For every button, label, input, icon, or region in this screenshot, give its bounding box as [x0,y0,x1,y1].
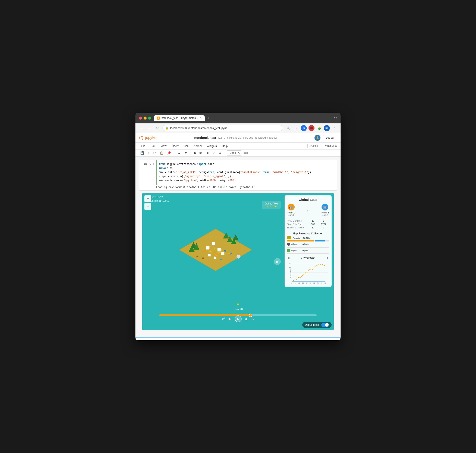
fuel-val0: 305 [308,223,318,226]
svg-text:1: 1 [291,283,292,284]
back-button[interactable]: ← [138,125,145,131]
tab-close-icon[interactable]: ✕ [200,117,202,119]
iso-map-svg [171,223,260,296]
next-button[interactable]: ▶ [274,258,281,265]
menu-cell[interactable]: Cell [182,143,191,149]
wood-resource-row: 78.52% 31.23% [287,236,329,239]
playback-controls: ↺ ⏮ ▶ ⏭ 1x [222,315,255,322]
url-text: localhost:8888/notebooks/notebook_test.i… [170,126,227,130]
chart-next-button[interactable]: ▶ [327,256,329,259]
play-pause-button[interactable]: ▶ [235,315,242,322]
menu-widgets[interactable]: Widgets [205,143,219,149]
citytiles-val1: 1 [318,219,329,222]
forward-button[interactable]: → [146,125,152,131]
move-up-button[interactable]: ▲ [176,150,182,156]
chart-header: ◀ City Growth ▶ [287,256,329,259]
vs-label: vs [307,209,309,211]
jupyter-logo-icon: ⟨/⟩ [139,135,144,140]
restart-button[interactable]: ↺ [211,150,216,156]
title-bar: J notebook_test - Jupyter Noteb... ✕ + 🛡 [135,113,341,123]
wood-pcts: 78.52% 31.23% [293,237,310,239]
turn-label: Turn 90 [233,308,243,311]
menu-insert[interactable]: Insert [169,143,181,149]
refresh-button[interactable]: ↻ [155,125,160,131]
svg-text:10: 10 [295,283,297,284]
uranium-pct0: 0.00% [291,250,297,252]
user-avatar[interactable]: hk [324,125,330,131]
run-icon: ▶ [194,151,197,155]
address-bar[interactable]: 🔒 localhost:8888/notebooks/notebook_test… [162,125,283,131]
shield-icon: 🛡 [334,116,337,120]
zoom-out-button[interactable]: − [145,203,151,210]
skip-back-button[interactable]: ⏮ [228,317,232,321]
zoom-in-button[interactable]: + [145,195,151,202]
new-tab-button[interactable]: + [206,116,211,120]
paste-button[interactable]: 📌 [166,150,172,156]
search-icon[interactable]: 🔍 [285,125,291,131]
svg-text:40: 40 [306,283,308,284]
uranium-pcts: 0.00% 0.00% [291,250,309,252]
keyboard-button[interactable]: ⌨ [242,150,249,156]
extension-icon[interactable]: ⬛ [309,125,315,131]
toolbar: 💾 + ✂ 📋 📌 ▲ ▼ ▶ Run ■ ↺ ⏭ Code ⌨ [135,149,341,156]
kernel-indicator: Python 3 [321,144,337,147]
cell-input: In [2]: from kaggle_environments import … [139,160,337,185]
turn-indicator: ☀ Turn 90 [233,302,243,311]
team1-name: Team 1 [321,211,329,214]
menu-dots-icon[interactable]: ⋮ [331,125,338,131]
active-tab[interactable]: J notebook_test - Jupyter Noteb... ✕ [154,115,205,121]
puzzle-icon[interactable]: 🧩 [316,125,322,131]
notebook-name[interactable]: notebook_test [194,136,216,140]
stop-button[interactable]: ■ [205,150,210,156]
fuel-val1: 1702 [318,223,329,226]
save-button[interactable]: 💾 [139,150,145,156]
menu-edit[interactable]: Edit [148,143,158,149]
coal-icon [287,243,290,246]
maximize-button[interactable] [148,117,151,120]
menu-file[interactable]: File [139,143,148,149]
cell-code[interactable]: from kaggle_environments import make imp… [156,160,337,185]
resource-collection-title: Map Resource Collection [287,232,329,235]
sun-icon: ☀ [233,302,243,307]
wood-bar-fill0 [287,240,314,241]
svg-rect-52 [202,258,204,259]
chart-title: City Growth [301,256,315,259]
restart-playback-button[interactable]: ↺ [222,317,225,321]
wood-bar [287,240,329,241]
cut-button[interactable]: ✂ [152,150,158,156]
chart-prev-button[interactable]: ◀ [287,256,290,259]
debug-mode-toggle[interactable] [321,323,329,327]
move-down-button[interactable]: ▼ [183,150,189,156]
wood-bar-fill1 [315,240,325,241]
bookmark-icon[interactable]: ☆ [293,125,299,131]
code-line-5: env.render(mode="ipython", width=1000, h… [159,179,335,183]
kernel-name: Python 3 [324,144,334,147]
run-button[interactable]: ▶ Run [193,150,204,155]
uranium-icon [287,249,290,252]
separator-1 [174,150,174,156]
add-cell-button[interactable]: + [146,150,151,156]
svg-rect-35 [214,257,216,259]
checkpoint-text: Last Checkpoint: 10 hours ago (unsaved c… [218,136,277,139]
svg-rect-34 [221,252,224,255]
svg-text:50: 50 [310,283,311,284]
cell-type-select[interactable]: Code [227,150,241,156]
fast-forward-button[interactable]: ⏭ [217,150,223,156]
uranium-resource-row: 0.00% 0.00% [287,249,329,252]
stat-row-citytiles: Total CityTiles 10 1 [287,219,329,222]
svg-rect-50 [237,255,240,258]
google-icon[interactable]: G [301,125,307,131]
code-line-2: import os [159,166,335,170]
logout-button[interactable]: Logout [323,135,337,140]
uranium-pct1: 0.00% [303,250,309,252]
menu-help[interactable]: Help [220,143,230,149]
menu-kernel[interactable]: Kernel [191,143,204,149]
copy-button[interactable]: 📋 [158,150,165,156]
menu-view[interactable]: View [158,143,169,149]
skip-forward-button[interactable]: ⏭ [245,317,248,321]
map-area [153,206,278,313]
coal-pcts: 0.00% 0.00% [291,243,309,246]
jupyter-right: 🐍 Logout [315,135,337,141]
minimize-button[interactable] [144,117,146,120]
close-button[interactable] [139,117,142,120]
